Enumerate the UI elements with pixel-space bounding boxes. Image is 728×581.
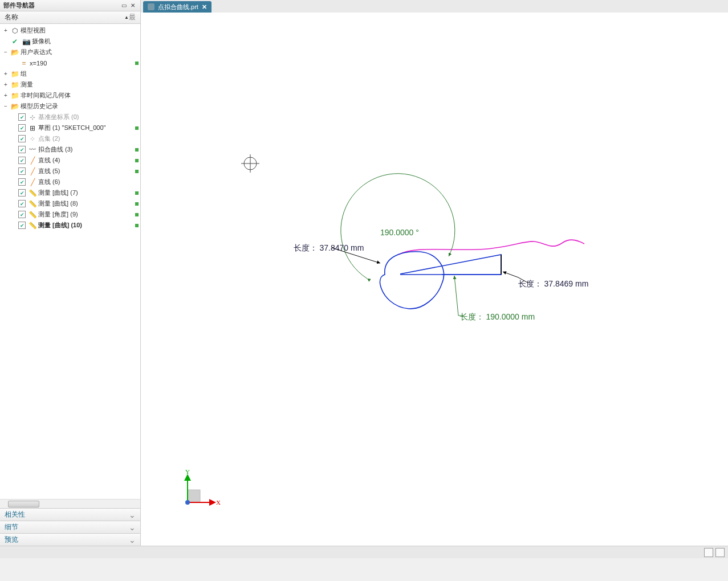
panel-preview[interactable]: 预览⌄ (0, 533, 140, 546)
measure-icon: 📏 (28, 210, 37, 219)
status-marker-icon (135, 148, 139, 152)
document-tab-bar: 点拟合曲线.prt ✕ (141, 0, 728, 13)
checkbox-icon[interactable]: ✔ (18, 157, 26, 164)
status-marker-icon (135, 159, 139, 162)
graphics-viewport[interactable]: 190.0000 ° 长度： 37.8470 mm 长度： 190.0000 m… (141, 13, 728, 546)
folder-icon: 📁 (10, 69, 19, 79)
tree-item-line-5[interactable]: ✔ ╱ 直线 (5) (0, 166, 140, 177)
viewport-svg (141, 13, 728, 546)
status-icon-1[interactable] (704, 548, 713, 557)
svg-line-9 (454, 276, 458, 316)
tree-item-user-expr[interactable]: − 📂 用户表达式 (0, 47, 140, 58)
svg-line-7 (503, 272, 518, 277)
hscrollbar[interactable] (0, 499, 140, 508)
tab-filename: 点拟合曲线.prt (158, 3, 198, 11)
folder-open-icon: 📂 (10, 102, 19, 111)
scroll-thumb[interactable] (8, 501, 39, 508)
svg-rect-11 (188, 490, 200, 502)
checkbox-icon[interactable]: ✔ (18, 113, 26, 121)
axis-y-label: Y (185, 468, 190, 475)
checkbox-icon[interactable]: ✔ (18, 211, 26, 218)
measure-icon: 📏 (28, 221, 37, 230)
tree-item-pointset[interactable]: ✔ ⁘ 点集 (2) (0, 133, 140, 144)
folder-icon: 📁 (10, 80, 19, 89)
panel-header: 部件导航器 ▭ ✕ (0, 0, 140, 11)
status-marker-icon (135, 170, 139, 173)
length-annotation-1: 长度： 37.8470 mm (294, 243, 364, 253)
status-bar (0, 546, 728, 558)
status-icon-2[interactable] (715, 548, 725, 557)
maximize-icon[interactable]: ▭ (120, 2, 128, 10)
expand-icon[interactable]: + (2, 27, 9, 34)
folder-open-icon: 📂 (10, 48, 19, 57)
tree-item-line-4[interactable]: ✔ ╱ 直线 (4) (0, 155, 140, 166)
status-marker-icon (135, 213, 139, 216)
checkbox-icon[interactable]: ✔ (18, 200, 26, 207)
close-icon[interactable]: ✕ (129, 2, 137, 10)
col-last: 最 (129, 13, 136, 22)
tree-item-datum[interactable]: ✔ ⊹ 基准坐标系 (0) (0, 112, 140, 122)
panel-detail[interactable]: 细节⌄ (0, 521, 140, 533)
checkbox-icon[interactable]: ✔ (18, 135, 26, 142)
checkbox-icon[interactable]: ✔ (18, 189, 26, 197)
panel-related[interactable]: 相关性⌄ (0, 508, 140, 521)
status-marker-icon (135, 224, 139, 227)
tab-close-icon[interactable]: ✕ (202, 3, 207, 11)
check-icon: ✔ (10, 37, 19, 46)
line-icon: ╱ (28, 156, 37, 165)
line-icon: ╱ (28, 178, 37, 187)
status-marker-icon (135, 191, 139, 195)
checkbox-icon[interactable]: ✔ (18, 146, 26, 153)
folder-icon: 📁 (10, 91, 19, 100)
status-marker-icon (135, 126, 139, 130)
axis-x-label: X (216, 499, 221, 506)
tree-item-meas-9[interactable]: ✔ 📏 测量 [角度] (9) (0, 209, 140, 220)
checkbox-icon[interactable]: ✔ (18, 124, 26, 132)
status-marker-icon (135, 202, 139, 206)
svg-point-14 (185, 500, 190, 505)
tree-item-x-expr[interactable]: = x=190 (0, 58, 140, 68)
checkbox-icon[interactable]: ✔ (18, 222, 26, 229)
panel-title: 部件导航器 (3, 1, 35, 10)
angle-annotation: 190.0000 ° (380, 228, 419, 238)
line-icon: ╱ (28, 167, 37, 176)
tree-item-measure[interactable]: + 📁 测量 (0, 79, 140, 90)
document-tab[interactable]: 点拟合曲线.prt ✕ (143, 1, 212, 13)
status-marker-icon (135, 62, 139, 65)
tree-item-model-view[interactable]: + ⬡ 模型视图 (0, 25, 140, 36)
tree-item-sketch[interactable]: ✔ ⊞ 草图 (1) "SKETCH_000" (0, 122, 140, 133)
length-annotation-2: 长度： 190.0000 mm (460, 312, 535, 322)
tree-item-group[interactable]: + 📁 组 (0, 68, 140, 79)
length-annotation-3: 长度： 37.8469 mm (518, 279, 588, 289)
sketch-icon: ⊞ (28, 124, 37, 133)
tree-item-non-time-geo[interactable]: + 📁 非时间戳记几何体 (0, 90, 140, 101)
tree-item-fit-curve[interactable]: ✔ 〰 拟合曲线 (3) (0, 144, 140, 155)
part-navigator-panel: 部件导航器 ▭ ✕ 名称 ▲ 最 + ⬡ 模型视图 ✔ 📷 摄像机 (0, 0, 141, 546)
feature-tree[interactable]: + ⬡ 模型视图 ✔ 📷 摄像机 − 📂 用户表达式 = x=190 + (0, 24, 140, 499)
checkbox-icon[interactable]: ✔ (18, 178, 26, 186)
curve-icon: 〰 (28, 145, 37, 154)
tree-item-meas-10[interactable]: ✔ 📏 测量 [曲线] (10) (0, 220, 140, 231)
collapse-icon[interactable]: − (2, 49, 9, 55)
measure-icon: 📏 (28, 189, 37, 198)
tree-item-camera[interactable]: ✔ 📷 摄像机 (0, 36, 140, 47)
tree-column-header[interactable]: 名称 ▲ 最 (0, 11, 140, 24)
checkbox-icon[interactable]: ✔ (18, 167, 26, 175)
tree-item-line-6[interactable]: ✔ ╱ 直线 (6) (0, 177, 140, 187)
workspace: 点拟合曲线.prt ✕ (141, 0, 728, 546)
equals-icon: = (19, 59, 29, 68)
col-name: 名称 (5, 13, 122, 22)
part-icon (148, 3, 154, 10)
tree-item-history[interactable]: − 📂 模型历史记录 (0, 101, 140, 112)
camera-icon: 📷 (22, 37, 31, 46)
pointset-icon: ⁘ (28, 134, 37, 144)
chevron-down-icon: ⌄ (129, 535, 136, 545)
model-icon: ⬡ (10, 26, 19, 35)
measure-icon: 📏 (28, 199, 37, 208)
sort-asc-icon: ▲ (124, 15, 129, 20)
csys-icon: ⊹ (28, 113, 37, 122)
tree-item-meas-8[interactable]: ✔ 📏 测量 [曲线] (8) (0, 198, 140, 209)
tree-item-meas-7[interactable]: ✔ 📏 测量 [曲线] (7) (0, 187, 140, 198)
chevron-down-icon: ⌄ (129, 523, 136, 532)
chevron-down-icon: ⌄ (129, 510, 136, 519)
